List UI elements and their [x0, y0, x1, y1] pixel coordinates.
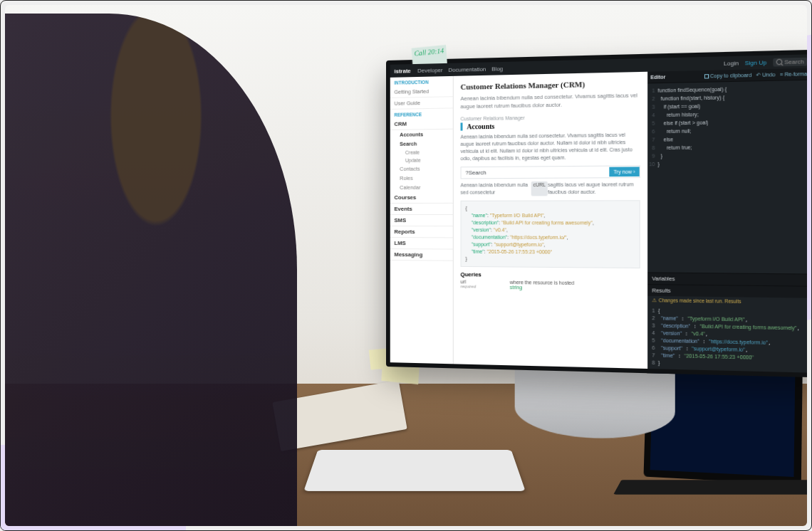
page-lede: Aenean lacinia bibendum nulla sed consec… [461, 91, 640, 110]
search-icon [776, 59, 782, 65]
endpoint-label: ?Search [462, 167, 610, 179]
results-output: 1 { 2 "name" : "Typeform I/O Build API",… [647, 305, 807, 372]
curl-pill: cURL [531, 182, 548, 196]
doc-pane: Customer Relations Manager (CRM) Aenean … [454, 72, 647, 369]
try-now-button[interactable]: Try now › [609, 167, 639, 177]
section-accounts: Accounts [461, 120, 640, 131]
sidebar-item-events[interactable]: Events [390, 204, 453, 215]
scene-photo: import os, sys\nfor i in range(0, n):\n … [5, 5, 807, 526]
sidebar-item-courses[interactable]: Courses [390, 192, 453, 204]
search-placeholder: Search [784, 58, 804, 65]
endpoint-desc: Aenean lacinia bibendum nulla sed consec… [461, 181, 640, 196]
sidebar: INTRODUCTION Getting Started User Guide … [390, 76, 454, 364]
sidebar-sub-calendar[interactable]: Calendar [390, 183, 453, 192]
sidebar-item-reports[interactable]: Reports [390, 226, 453, 238]
monitor: Call 20:14 istrate Developer Documentati… [386, 50, 807, 378]
code-editor[interactable]: 12345678910 function findSequence(goal) … [647, 80, 807, 274]
reformat-button[interactable]: ≡ Re-format [780, 71, 807, 77]
keyboard-prop [303, 450, 525, 491]
sidebar-item-crm[interactable]: CRM [390, 118, 453, 130]
sidebar-item-user-guide[interactable]: User Guide [390, 97, 453, 110]
sidebar-sub-search[interactable]: Search [390, 139, 453, 149]
nav-developer[interactable]: Developer [417, 67, 442, 74]
sidebar-item-sms[interactable]: SMS [390, 215, 453, 226]
sidebar-item-getting-started[interactable]: Getting Started [390, 85, 453, 98]
editor-pane: Editor Copy to clipboard ↶ Undo ≡ Re-for… [647, 68, 807, 373]
query-row-url: urlrequired where the resource is hosted… [461, 278, 640, 293]
page-title: Customer Relations Manager (CRM) [461, 78, 640, 92]
login-link[interactable]: Login [724, 60, 739, 67]
app-window: istrate Developer Documentation Blog Log… [390, 54, 807, 372]
undo-button[interactable]: ↶ Undo [756, 71, 776, 78]
endpoint-row: ?Search Try now › [461, 165, 640, 179]
sidebar-item-lms[interactable]: LMS [390, 238, 453, 250]
search-input[interactable]: Search [773, 57, 807, 66]
signup-link[interactable]: Sign Up [745, 59, 767, 66]
editor-title: Editor [650, 74, 665, 80]
sidebar-sub-roles[interactable]: Roles [390, 173, 453, 183]
sidebar-sub-accounts[interactable]: Accounts [390, 130, 453, 140]
brand: istrate [394, 68, 410, 75]
person-silhouette [5, 14, 297, 526]
copy-button[interactable]: Copy to clipboard [704, 73, 751, 79]
sidebar-sub-update[interactable]: Update [390, 156, 453, 164]
response-sample: { "name": "Typeform I/O Build API", "des… [461, 200, 640, 268]
nav-documentation[interactable]: Documentation [448, 65, 486, 73]
sidebar-header-reference: REFERENCE [390, 108, 453, 119]
section-body: Aenean lacinia bibendum nulla sed consec… [461, 131, 640, 162]
sidebar-item-messaging[interactable]: Messaging [390, 249, 453, 261]
sidebar-sub-contacts[interactable]: Contacts [390, 164, 453, 174]
copy-icon [704, 74, 708, 78]
nav-blog[interactable]: Blog [491, 65, 503, 73]
sidebar-sub-create[interactable]: Create [390, 148, 453, 157]
